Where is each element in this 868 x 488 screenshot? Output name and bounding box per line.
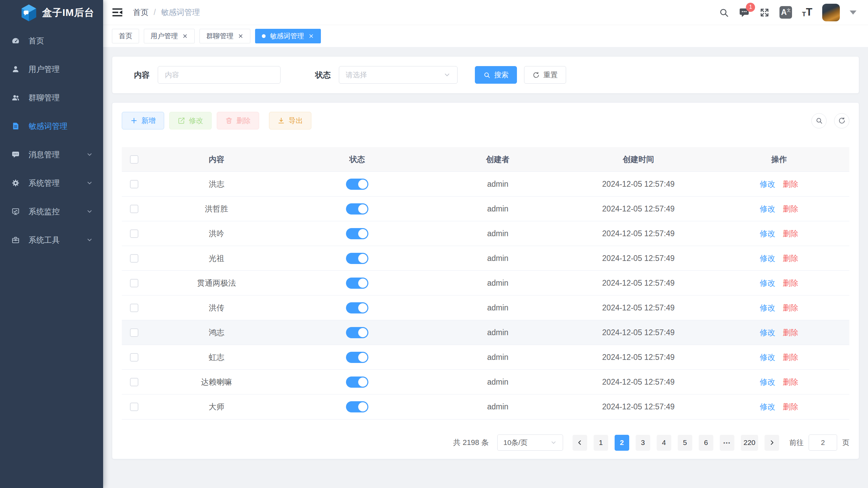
table-row[interactable]: 洪吟admin2024-12-05 12:57:49修改删除 xyxy=(122,221,849,246)
row-checkbox[interactable] xyxy=(130,304,138,312)
add-button[interactable]: 新增 xyxy=(122,112,164,129)
export-button[interactable]: 导出 xyxy=(269,112,311,129)
tab-home[interactable]: 首页 xyxy=(112,29,139,43)
sidebar-item-system-tools[interactable]: 系统工具 xyxy=(0,226,103,254)
status-toggle[interactable] xyxy=(346,179,368,190)
status-select[interactable]: 请选择 xyxy=(339,66,458,84)
delete-link[interactable]: 删除 xyxy=(783,352,798,363)
sidebar-item-label: 系统监控 xyxy=(28,206,86,217)
status-toggle[interactable] xyxy=(346,327,368,338)
edit-link[interactable]: 修改 xyxy=(760,253,775,264)
page-size-select[interactable]: 10条/页 xyxy=(497,434,563,451)
status-toggle[interactable] xyxy=(346,278,368,289)
table-row[interactable]: 鸿志admin2024-12-05 12:57:49修改删除 xyxy=(122,320,849,345)
delete-link[interactable]: 删除 xyxy=(783,278,798,288)
delete-link[interactable]: 删除 xyxy=(783,327,798,338)
close-icon[interactable] xyxy=(182,33,188,39)
row-checkbox[interactable] xyxy=(130,205,138,213)
row-checkbox[interactable] xyxy=(130,279,138,287)
delete-button[interactable]: 删除 xyxy=(217,112,259,129)
select-all-checkbox[interactable] xyxy=(130,155,138,164)
reset-button[interactable]: 重置 xyxy=(524,66,566,84)
delete-link[interactable]: 删除 xyxy=(783,228,798,239)
table-refresh-button[interactable] xyxy=(834,113,849,128)
goto-page-input[interactable] xyxy=(809,434,837,451)
table-row[interactable]: 洪志admin2024-12-05 12:57:49修改删除 xyxy=(122,172,849,197)
next-page-button[interactable] xyxy=(765,435,779,451)
delete-link[interactable]: 删除 xyxy=(783,253,798,264)
content-input[interactable] xyxy=(158,66,281,84)
font-size-icon[interactable]: TT xyxy=(802,7,812,17)
prev-page-button[interactable] xyxy=(573,435,587,451)
edit-link[interactable]: 修改 xyxy=(760,278,775,288)
page-button-4[interactable]: 4 xyxy=(657,435,671,451)
user-icon xyxy=(11,65,20,73)
edit-link[interactable]: 修改 xyxy=(760,327,775,338)
edit-link[interactable]: 修改 xyxy=(760,377,775,387)
edit-link[interactable]: 修改 xyxy=(760,228,775,239)
row-checkbox[interactable] xyxy=(130,403,138,411)
sidebar-collapse-icon[interactable] xyxy=(112,7,123,17)
tab-sensitive-words[interactable]: 敏感词管理 xyxy=(255,29,321,43)
fullscreen-icon[interactable] xyxy=(759,7,770,18)
table-row[interactable]: 洪哲胜admin2024-12-05 12:57:49修改删除 xyxy=(122,197,849,221)
close-icon[interactable] xyxy=(308,33,314,39)
table-row[interactable]: 贯通两极法admin2024-12-05 12:57:49修改删除 xyxy=(122,271,849,296)
pager-ellipsis[interactable]: ••• xyxy=(720,435,734,451)
sidebar-item-user-mgmt[interactable]: 用户管理 xyxy=(0,55,103,83)
delete-link[interactable]: 删除 xyxy=(783,402,798,412)
table-row[interactable]: 洪传admin2024-12-05 12:57:49修改删除 xyxy=(122,296,849,320)
edit-link[interactable]: 修改 xyxy=(760,352,775,363)
status-toggle[interactable] xyxy=(346,352,368,363)
sidebar-item-system-monitor[interactable]: 系统监控 xyxy=(0,197,103,226)
delete-link[interactable]: 删除 xyxy=(783,303,798,313)
row-checkbox[interactable] xyxy=(130,180,138,188)
delete-link[interactable]: 删除 xyxy=(783,179,798,189)
search-button[interactable]: 搜索 xyxy=(475,66,517,84)
messages-icon[interactable]: 1 xyxy=(739,7,750,18)
close-icon[interactable] xyxy=(238,33,244,39)
page-button-6[interactable]: 6 xyxy=(699,435,713,451)
sidebar-item-home[interactable]: 首页 xyxy=(0,26,103,55)
page-button-220[interactable]: 220 xyxy=(741,435,758,451)
page-button-2[interactable]: 2 xyxy=(615,435,629,451)
page-button-3[interactable]: 3 xyxy=(636,435,650,451)
sidebar-item-message-mgmt[interactable]: 消息管理 xyxy=(0,140,103,169)
edit-link[interactable]: 修改 xyxy=(760,204,775,214)
table-row[interactable]: 达赖喇嘛admin2024-12-05 12:57:49修改删除 xyxy=(122,370,849,394)
delete-link[interactable]: 删除 xyxy=(783,377,798,387)
tab-user-mgmt[interactable]: 用户管理 xyxy=(144,29,195,43)
row-checkbox[interactable] xyxy=(130,328,138,337)
sidebar-item-sensitive-words[interactable]: 敏感词管理 xyxy=(0,112,103,140)
delete-link[interactable]: 删除 xyxy=(783,204,798,214)
row-checkbox[interactable] xyxy=(130,378,138,386)
status-toggle[interactable] xyxy=(346,203,368,215)
edit-link[interactable]: 修改 xyxy=(760,179,775,189)
sidebar-item-system-mgmt[interactable]: 系统管理 xyxy=(0,169,103,197)
row-checkbox[interactable] xyxy=(130,353,138,362)
user-avatar[interactable] xyxy=(822,4,840,21)
cell-actions: 修改删除 xyxy=(709,377,849,387)
edit-button[interactable]: 修改 xyxy=(169,112,212,129)
page-button-1[interactable]: 1 xyxy=(594,435,608,451)
edit-link[interactable]: 修改 xyxy=(760,303,775,313)
table-search-toggle-button[interactable] xyxy=(811,113,827,128)
status-toggle[interactable] xyxy=(346,302,368,313)
caret-down-icon[interactable] xyxy=(850,11,856,15)
search-icon[interactable] xyxy=(719,7,729,18)
page-button-5[interactable]: 5 xyxy=(678,435,692,451)
table-row[interactable]: 光祖admin2024-12-05 12:57:49修改删除 xyxy=(122,246,849,271)
status-toggle[interactable] xyxy=(346,253,368,264)
row-checkbox[interactable] xyxy=(130,229,138,238)
table-row[interactable]: 虹志admin2024-12-05 12:57:49修改删除 xyxy=(122,345,849,370)
breadcrumb-home[interactable]: 首页 xyxy=(133,7,149,18)
sidebar-item-group-mgmt[interactable]: 群聊管理 xyxy=(0,83,103,112)
translate-icon[interactable]: A文 xyxy=(779,6,792,19)
table-row[interactable]: 大师admin2024-12-05 12:57:49修改删除 xyxy=(122,394,849,419)
tab-group-mgmt[interactable]: 群聊管理 xyxy=(199,29,250,43)
status-toggle[interactable] xyxy=(346,377,368,388)
edit-link[interactable]: 修改 xyxy=(760,402,775,412)
row-checkbox[interactable] xyxy=(130,254,138,263)
status-toggle[interactable] xyxy=(346,401,368,412)
status-toggle[interactable] xyxy=(346,228,368,239)
